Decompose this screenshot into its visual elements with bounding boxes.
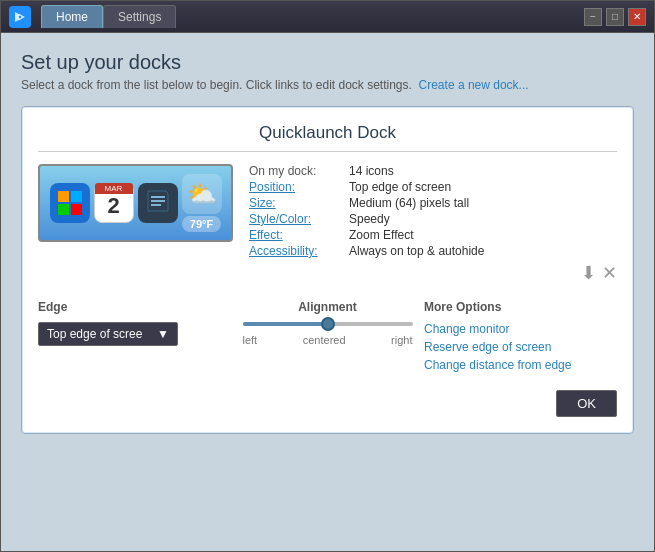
main-content: Set up your docks Select a dock from the… (1, 33, 654, 551)
on-my-dock-value: 14 icons (349, 164, 394, 178)
detail-actions: ⬇ ✕ (249, 262, 617, 284)
create-dock-link[interactable]: Create a new dock... (419, 78, 529, 92)
more-options-label: More Options (424, 300, 617, 314)
title-bar: Home Settings − □ ✕ (1, 1, 654, 33)
position-label[interactable]: Position: (249, 180, 349, 194)
slider-thumb[interactable] (321, 317, 335, 331)
slider-labels: left centered right (243, 334, 413, 346)
dock-settings: Edge Top edge of scree ▼ Alignment (38, 300, 617, 376)
svg-rect-6 (151, 196, 165, 198)
slider-right-label: right (391, 334, 412, 346)
more-options-section: More Options Change monitor Reserve edge… (424, 300, 617, 376)
tab-home[interactable]: Home (41, 5, 103, 28)
svg-rect-2 (71, 191, 82, 202)
edge-dropdown[interactable]: Top edge of scree ▼ (38, 322, 178, 346)
svg-rect-4 (71, 204, 82, 215)
reserve-edge-link[interactable]: Reserve edge of screen (424, 340, 617, 354)
app-logo (9, 6, 31, 28)
detail-on-my-dock: On my dock: 14 icons (249, 164, 617, 178)
slider-left-label: left (243, 334, 258, 346)
slider-fill (243, 322, 328, 326)
close-button[interactable]: ✕ (628, 8, 646, 26)
weather-icon: ⛅ (182, 174, 222, 214)
calendar-icon: MAR 2 (94, 183, 134, 223)
position-value: Top edge of screen (349, 180, 451, 194)
svg-rect-8 (151, 204, 161, 206)
effect-value: Zoom Effect (349, 228, 413, 242)
edge-dropdown-value: Top edge of scree (47, 327, 142, 341)
svg-rect-5 (148, 191, 168, 215)
size-value: Medium (64) pixels tall (349, 196, 469, 210)
slider-track[interactable] (243, 322, 413, 326)
detail-accessibility: Accessibility: Always on top & autohide (249, 244, 617, 258)
delete-icon[interactable]: ✕ (602, 262, 617, 284)
detail-effect: Effect: Zoom Effect (249, 228, 617, 242)
dock-footer: OK (38, 390, 617, 417)
on-my-dock-label: On my dock: (249, 164, 349, 178)
download-icon[interactable]: ⬇ (581, 262, 596, 284)
page-subtitle: Select a dock from the list below to beg… (21, 78, 634, 92)
svg-rect-1 (58, 191, 69, 202)
detail-position: Position: Top edge of screen (249, 180, 617, 194)
minimize-button[interactable]: − (584, 8, 602, 26)
temperature-badge: 79°F (182, 216, 221, 232)
page-title: Set up your docks (21, 51, 634, 74)
alignment-section: Alignment left centered right (231, 300, 424, 376)
dock-details: On my dock: 14 icons Position: Top edge … (249, 164, 617, 284)
windows-icon (50, 183, 90, 223)
change-monitor-link[interactable]: Change monitor (424, 322, 617, 336)
change-distance-link[interactable]: Change distance from edge (424, 358, 617, 372)
dock-panel: Quicklaunch Dock MAR 2 (21, 106, 634, 434)
detail-style: Style/Color: Speedy (249, 212, 617, 226)
dock-info-row: MAR 2 ⛅ 79°F (38, 164, 617, 284)
accessibility-value: Always on top & autohide (349, 244, 484, 258)
alignment-label: Alignment (298, 300, 357, 314)
effect-label[interactable]: Effect: (249, 228, 349, 242)
maximize-button[interactable]: □ (606, 8, 624, 26)
notes-icon (138, 183, 178, 223)
window-controls: − □ ✕ (584, 8, 646, 26)
main-window: Home Settings − □ ✕ Set up your docks Se… (0, 0, 655, 552)
svg-point-0 (18, 15, 22, 19)
edge-section: Edge Top edge of scree ▼ (38, 300, 231, 376)
tab-bar: Home Settings (41, 5, 584, 28)
size-label[interactable]: Size: (249, 196, 349, 210)
ok-button[interactable]: OK (556, 390, 617, 417)
alignment-slider-container (243, 322, 413, 330)
edge-label: Edge (38, 300, 231, 314)
tab-settings[interactable]: Settings (103, 5, 176, 28)
slider-center-label: centered (303, 334, 346, 346)
detail-size: Size: Medium (64) pixels tall (249, 196, 617, 210)
dock-preview: MAR 2 ⛅ 79°F (38, 164, 233, 242)
style-value: Speedy (349, 212, 390, 226)
dock-title: Quicklaunch Dock (38, 123, 617, 143)
svg-rect-7 (151, 200, 165, 202)
style-label[interactable]: Style/Color: (249, 212, 349, 226)
svg-rect-3 (58, 204, 69, 215)
dropdown-arrow-icon: ▼ (157, 327, 169, 341)
accessibility-label[interactable]: Accessibility: (249, 244, 349, 258)
